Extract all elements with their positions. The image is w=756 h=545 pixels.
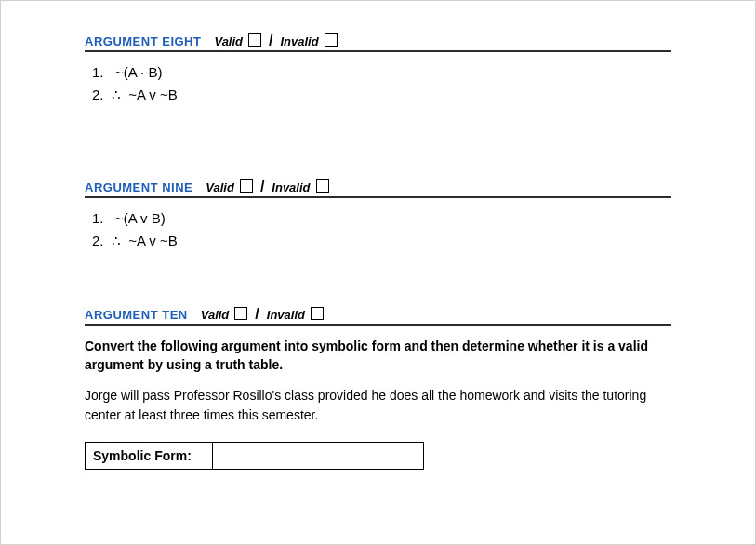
symbolic-form-value[interactable] xyxy=(213,442,424,469)
instructions-text: Convert the following argument into symb… xyxy=(85,337,671,375)
argument-ten-section: ARGUMENT TEN Valid / Invalid Convert the… xyxy=(85,306,671,470)
premise-list: 1. ~(A v B) 2. ∴ ~A v ~B xyxy=(92,207,671,252)
premise-line: 2. ∴ ~A v ~B xyxy=(92,84,671,106)
invalid-label: Invalid xyxy=(281,34,319,48)
argument-eight-section: ARGUMENT EIGHT Valid / Invalid 1. ~(A · … xyxy=(85,33,671,106)
valid-checkbox[interactable] xyxy=(240,179,253,193)
invalid-checkbox[interactable] xyxy=(325,33,338,47)
invalid-checkbox[interactable] xyxy=(316,179,329,193)
premise-line: 1. ~(A v B) xyxy=(92,207,671,230)
premise-line: 1. ~(A · B) xyxy=(92,61,671,84)
argument-body-text: Jorge will pass Professor Rosillo's clas… xyxy=(85,386,671,425)
validity-group: Valid / Invalid xyxy=(201,306,324,322)
validity-group: Valid / Invalid xyxy=(206,179,328,194)
valid-checkbox[interactable] xyxy=(234,307,247,320)
validity-group: Valid / Invalid xyxy=(214,33,337,48)
separator-slash: / xyxy=(267,33,274,48)
valid-label: Valid xyxy=(214,34,243,48)
argument-nine-section: ARGUMENT NINE Valid / Invalid 1. ~(A v B… xyxy=(85,179,671,252)
invalid-checkbox[interactable] xyxy=(311,307,324,320)
separator-slash: / xyxy=(253,307,260,322)
symbolic-form-table: Symbolic Form: xyxy=(85,442,424,470)
invalid-label: Invalid xyxy=(267,308,305,322)
argument-title: ARGUMENT EIGHT xyxy=(85,34,201,48)
premise-list: 1. ~(A · B) 2. ∴ ~A v ~B xyxy=(92,61,671,106)
section-header: ARGUMENT EIGHT Valid / Invalid xyxy=(85,33,671,52)
separator-slash: / xyxy=(259,179,266,194)
argument-title: ARGUMENT TEN xyxy=(85,308,188,322)
valid-label: Valid xyxy=(206,180,234,194)
valid-label: Valid xyxy=(201,308,230,322)
premise-line: 2. ∴ ~A v ~B xyxy=(92,230,671,252)
invalid-label: Invalid xyxy=(272,180,310,194)
section-header: ARGUMENT NINE Valid / Invalid xyxy=(85,179,671,198)
symbolic-form-label: Symbolic Form: xyxy=(86,442,213,469)
argument-title: ARGUMENT NINE xyxy=(85,180,192,194)
valid-checkbox[interactable] xyxy=(248,33,261,47)
section-header: ARGUMENT TEN Valid / Invalid xyxy=(85,306,671,326)
